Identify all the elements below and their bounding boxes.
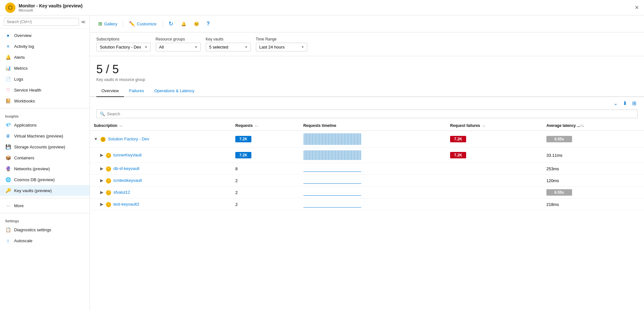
latency-value: 120ms [546,178,559,183]
collapse-all-button[interactable]: ⌄ [612,100,619,107]
main-toolbar: ⊞ Gallery ✏️ Customize ↻ 🔔 😊 ? [90,15,644,32]
sidebar-item-logs[interactable]: 📄 Logs [0,74,90,84]
title-bar: ⬡ Monitor - Key vaults (preview) Microso… [0,0,644,15]
subscription-cell: ▶ 🔑 db-sf-keyvault [90,163,231,175]
sidebar-divider-2 [0,198,90,198]
sidebar-item-more[interactable]: ··· More [0,200,90,211]
feedback-button[interactable]: 😊 [191,20,202,28]
metrics-icon: 📊 [5,65,11,71]
subscription-link[interactable]: Solution Factory - Dev [108,137,149,141]
sidebar-item-diagnostics[interactable]: 📋 Diagnostics settings [0,224,90,235]
stats-number: 5 / 5 [96,63,638,76]
failures-badge: 7.2K [450,152,466,158]
sidebar-item-networks[interactable]: 🔮 Networks (preview) [0,163,90,174]
expand-icon[interactable]: ▶ [100,166,103,171]
download-button[interactable]: ⬇ [622,100,628,107]
table-row: ▶ 🔑 db-sf-keyvault 8 [90,163,644,175]
sidebar-item-label: Overview [14,33,31,38]
expand-icon[interactable]: ▶ [100,153,103,157]
stats-section: 5 / 5 Key vaults in resource group [90,56,644,85]
expand-icon[interactable]: ▶ [100,178,103,183]
refresh-button[interactable]: ↻ [165,19,177,29]
help-button[interactable]: ? [204,19,213,28]
stats-denominator: / 5 [106,63,119,76]
diagnostics-icon: 📋 [5,227,11,233]
timeline-cell [300,199,446,210]
keyvault-link[interactable]: icmtestkeyvault [113,178,142,183]
tab-operations-latency[interactable]: Operations & Latency [149,85,199,97]
latency-badge: 6.55s [546,136,572,142]
activity-log-icon: ≡ [5,43,11,49]
keyvault-link[interactable]: db-sf-keyvault [113,166,139,171]
requests-value: 2 [235,178,238,183]
sidebar-divider-3 [0,213,90,213]
gallery-button[interactable]: ⊞ Gallery [95,19,120,28]
keyvault-icon: 🔑 [106,202,111,207]
sidebar-item-service-health[interactable]: ♡ Service Health [0,84,90,95]
sidebar-item-activity-log[interactable]: ≡ Activity log [0,41,90,52]
gallery-icon: ⊞ [98,21,102,27]
keyvault-link[interactable]: sfvalut12 [113,190,130,195]
time-range-label: Time Range [256,37,307,41]
latency-cell: 33.11ms [543,148,644,163]
expand-icon[interactable]: ▶ [100,202,103,207]
sidebar-item-overview[interactable]: ● Overview [0,30,90,41]
collapse-sidebar-button[interactable]: ≪ [81,19,86,24]
key-vaults-dropdown[interactable]: 5 selected ▾ [206,43,251,51]
expand-icon[interactable]: ▶ [100,190,103,195]
failures-cell: 7.2K [446,131,543,148]
sidebar-item-virtual-machines[interactable]: 🖥 Virtual Machines (preview) [0,130,90,141]
failures-cell: 7.2K [446,148,543,163]
latency-cell: 6.55s [543,187,644,199]
tab-overview[interactable]: Overview [96,85,124,97]
pin-button[interactable]: ⊞ [631,100,638,107]
sidebar-item-containers[interactable]: 📦 Containers [0,152,90,163]
keyvault-link[interactable]: test-keyvault3 [113,202,139,207]
sidebar-item-alerts[interactable]: 🔔 Alerts [0,52,90,63]
keyvault-icon: 🔑 [106,153,111,158]
timeline-line [303,189,361,196]
resource-group-dropdown[interactable]: All ▾ [156,43,201,51]
window-close-button[interactable]: ✕ [635,4,639,11]
search-input[interactable] [4,18,79,26]
keyvault-link[interactable]: tunnerKeyVault [113,153,142,157]
tab-failures[interactable]: Failures [124,85,149,97]
storage-icon: 💾 [5,144,11,150]
settings-section-label: Settings [0,215,90,224]
sidebar-item-metrics[interactable]: 📊 Metrics [0,63,90,74]
subscription-dropdown[interactable]: Solution Factory - Dev ▾ [96,43,151,51]
sidebar-item-autoscale[interactable]: ↕ Autoscale [0,235,90,246]
failures-sort-icon[interactable]: ↑↓ [482,124,485,128]
requests-cell: 2 [231,175,300,187]
requests-sort-icon[interactable]: ↑↓ [255,124,258,128]
time-range-dropdown[interactable]: Last 24 hours ▾ [256,43,307,51]
requests-value: 2 [235,202,238,207]
sidebar-item-storage-accounts[interactable]: 💾 Storage Accounts (preview) [0,141,90,152]
expand-icon[interactable]: ▼ [94,137,98,141]
failures-cell [446,175,543,187]
subscription-cell: ▼ ⬡ Solution Factory - Dev [90,131,231,148]
table-row: ▶ 🔑 test-keyvault3 2 [90,199,644,210]
requests-cell: 8 [231,163,300,175]
sidebar-item-label: Virtual Machines (preview) [14,134,63,138]
sidebar-item-cosmos-db[interactable]: 🌐 Cosmos DB (preview) [0,174,90,185]
failures-cell [446,163,543,175]
sidebar-item-workbooks[interactable]: 📔 Workbooks [0,95,90,106]
sidebar-item-label: Containers [14,155,34,160]
sidebar-item-key-vaults[interactable]: 🔑 Key vaults (preview) [0,185,90,196]
sidebar-item-applications[interactable]: 💎 Applications [0,120,90,130]
requests-value: 8 [235,166,238,171]
alerts-button[interactable]: 🔔 [178,20,189,28]
time-range-filter-group: Time Range Last 24 hours ▾ [256,37,307,51]
subscription-value: Solution Factory - Dev [100,45,141,49]
requests-badge: 7.2K [235,136,251,142]
applications-icon: 💎 [5,122,11,128]
key-vaults-icon: 🔑 [5,188,11,193]
subscription-sort-icon[interactable]: ↑↓ [119,124,123,128]
app-title: Monitor - Key vaults (preview) [19,3,83,8]
sidebar-item-label: Cosmos DB (preview) [14,177,55,182]
requests-cell: 7.2K [231,131,300,148]
table-search-bar: 🔍 [96,110,638,118]
table-search-input[interactable] [107,111,634,116]
customize-button[interactable]: ✏️ Customize [126,19,160,28]
